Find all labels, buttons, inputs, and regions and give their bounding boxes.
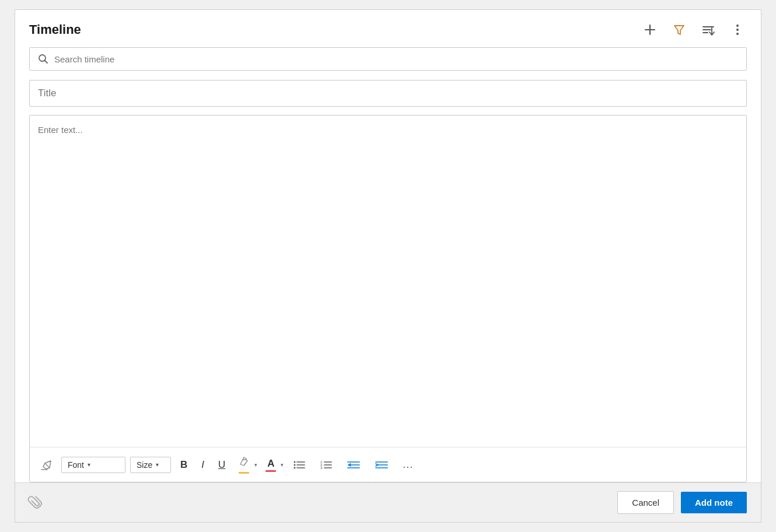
font-color-icon: A	[267, 458, 274, 470]
page-title: Timeline	[29, 22, 81, 37]
highlight-color-bar	[239, 472, 249, 474]
add-icon[interactable]	[641, 20, 659, 39]
bold-button[interactable]: B	[176, 457, 192, 473]
filter-icon[interactable]	[670, 20, 688, 39]
font-dropdown-arrow: ▾	[88, 461, 90, 468]
svg-point-13	[294, 464, 296, 466]
font-dropdown[interactable]: Font ▾	[61, 457, 125, 473]
footer: Cancel Add note	[15, 482, 761, 522]
more-icon[interactable]	[728, 20, 747, 39]
font-color-button[interactable]: A	[262, 456, 279, 474]
footer-right: Cancel Add note	[617, 491, 747, 514]
bullet-list-button[interactable]	[288, 457, 310, 473]
timeline-panel: Timeline	[15, 9, 761, 523]
header-actions	[641, 20, 747, 39]
numbered-list-button[interactable]: 1. 2. 3.	[315, 457, 337, 473]
add-note-button[interactable]: Add note	[681, 492, 747, 513]
cancel-button[interactable]: Cancel	[617, 491, 674, 514]
search-icon	[38, 54, 48, 64]
text-area-wrapper: Font ▾ Size ▾ B I U	[29, 115, 747, 482]
formatting-toolbar: Font ▾ Size ▾ B I U	[30, 447, 746, 482]
size-dropdown-arrow: ▾	[156, 461, 159, 468]
header: Timeline	[15, 10, 761, 47]
more-options-button[interactable]: ...	[398, 456, 418, 473]
attach-icon[interactable]	[24, 491, 48, 514]
font-color-bar	[265, 470, 276, 472]
search-input[interactable]	[54, 54, 738, 64]
footer-left	[29, 493, 43, 513]
svg-text:3.: 3.	[320, 466, 323, 470]
search-bar	[29, 47, 747, 71]
font-color-group: A ▾	[262, 456, 284, 474]
title-input-wrapper	[29, 80, 747, 107]
increase-indent-button[interactable]	[370, 457, 393, 473]
font-dropdown-label: Font	[68, 460, 84, 470]
decrease-indent-button[interactable]	[342, 457, 365, 473]
svg-line-11	[45, 463, 50, 468]
svg-marker-2	[674, 26, 684, 34]
text-area[interactable]	[30, 116, 746, 447]
title-input[interactable]	[30, 80, 746, 106]
highlight-group: ▾	[235, 453, 257, 476]
italic-button[interactable]: I	[197, 457, 209, 473]
size-dropdown[interactable]: Size ▾	[130, 457, 171, 473]
highlight-chevron[interactable]: ▾	[254, 462, 257, 468]
size-dropdown-label: Size	[137, 460, 152, 470]
underline-button[interactable]: U	[214, 457, 230, 473]
clear-format-button[interactable]	[37, 456, 57, 474]
highlight-button[interactable]	[235, 453, 253, 476]
highlight-icon	[238, 456, 250, 470]
svg-point-14	[294, 467, 296, 468]
sort-icon[interactable]	[699, 20, 718, 39]
svg-line-8	[45, 61, 48, 64]
three-dots-icon	[736, 23, 739, 36]
svg-point-12	[294, 461, 296, 463]
font-color-chevron[interactable]: ▾	[281, 462, 284, 468]
